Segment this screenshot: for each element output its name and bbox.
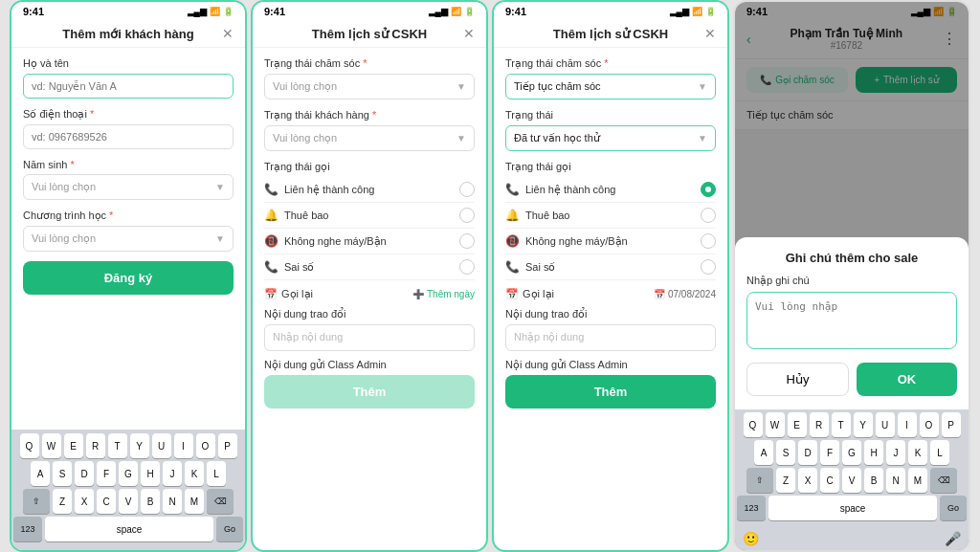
select-program[interactable]: Vui lòng chọn ▼ [23,226,234,252]
mic-icon[interactable]: 🎤 [945,531,961,546]
mkey-o[interactable]: O [920,412,939,437]
add-button-3[interactable]: Thêm [505,375,716,408]
mkey-p[interactable]: P [942,412,961,437]
key-f[interactable]: F [97,461,116,486]
key-z[interactable]: Z [53,489,72,514]
shift-key[interactable]: ⇧ [23,489,50,514]
radio-item-4[interactable]: 📞 Sai số [264,254,475,280]
key-m[interactable]: M [185,489,204,514]
mkey-a[interactable]: A [754,440,773,465]
radio-item-3[interactable]: 📵 Không nghe máy/Bận [264,229,475,254]
key-o[interactable]: O [196,433,215,458]
delete-key[interactable]: ⌫ [207,489,234,514]
mnums-key[interactable]: 123 [737,496,766,520]
radio-circle-3[interactable] [459,233,475,249]
close-button-3[interactable]: ✕ [704,26,716,41]
key-d[interactable]: D [75,461,94,486]
key-u[interactable]: U [152,433,171,458]
select-care-status-3[interactable]: Tiếp tục chăm sóc ▼ [505,74,716,99]
mkey-y[interactable]: Y [854,412,873,437]
mkey-t[interactable]: T [832,412,851,437]
mgo-key[interactable]: Go [940,496,967,520]
select-status-3[interactable]: Đã tư vấn học thử ▼ [505,125,716,151]
key-e[interactable]: E [64,433,83,458]
mkey-j[interactable]: J [886,440,905,465]
ok-button[interactable]: OK [857,363,957,396]
radio-item-1[interactable]: 📞 Liên hệ thành công [264,177,475,203]
mkey-h[interactable]: H [864,440,883,465]
content-input-3[interactable]: Nhập nội dung [505,324,716,351]
input-fullname[interactable] [23,74,234,99]
close-button-2[interactable]: ✕ [463,26,475,41]
key-h[interactable]: H [141,461,160,486]
mkey-x[interactable]: X [798,468,817,493]
go-key[interactable]: Go [216,517,243,541]
key-w[interactable]: W [42,433,61,458]
key-t[interactable]: T [108,433,127,458]
radio-item-3-4[interactable]: 📞 Sai số [505,254,716,280]
mkey-q[interactable]: Q [744,412,763,437]
key-c[interactable]: C [97,489,116,514]
key-p[interactable]: P [218,433,237,458]
mkey-r[interactable]: R [810,412,829,437]
mkey-b[interactable]: B [864,468,883,493]
content-input-2[interactable]: Nhập nội dung [264,324,475,351]
mkey-k[interactable]: K [908,440,927,465]
mkey-m[interactable]: M [908,468,927,493]
key-a[interactable]: A [31,461,50,486]
key-l[interactable]: L [207,461,226,486]
radio-circle-3-4[interactable] [701,259,716,275]
register-button[interactable]: Đăng ký [23,261,234,295]
key-j[interactable]: J [163,461,182,486]
key-i[interactable]: I [174,433,193,458]
key-n[interactable]: N [163,489,182,514]
key-x[interactable]: X [75,489,94,514]
nums-key[interactable]: 123 [13,517,42,541]
input-phone[interactable] [23,124,234,149]
select-birthyear[interactable]: Vui lòng chọn ▼ [23,174,234,200]
key-q[interactable]: Q [20,433,39,458]
key-r[interactable]: R [86,433,105,458]
key-b[interactable]: B [141,489,160,514]
recall-action-2[interactable]: ➕ Thêm ngày [412,289,475,299]
mkey-i[interactable]: I [898,412,917,437]
key-k[interactable]: K [185,461,204,486]
mdelete-key[interactable]: ⌫ [930,468,957,493]
mkey-f[interactable]: F [820,440,839,465]
mkey-s[interactable]: S [776,440,795,465]
key-g[interactable]: G [119,461,138,486]
recall-action-text-2[interactable]: Thêm ngày [427,289,475,299]
radio-circle-3-2[interactable] [701,208,716,223]
add-button-2[interactable]: Thêm [264,375,475,408]
radio-circle-1[interactable] [459,182,475,197]
key-y[interactable]: Y [130,433,149,458]
key-s[interactable]: S [53,461,72,486]
mkey-w[interactable]: W [766,412,785,437]
mkey-v[interactable]: V [842,468,861,493]
mkey-c[interactable]: C [820,468,839,493]
mkey-n[interactable]: N [886,468,905,493]
mkey-z[interactable]: Z [776,468,795,493]
radio-circle-3-3[interactable] [701,233,716,249]
key-v[interactable]: V [119,489,138,514]
space-key[interactable]: space [45,517,213,541]
mkey-g[interactable]: G [842,440,861,465]
radio-circle-2[interactable] [459,208,475,223]
dialog-textarea[interactable] [746,292,957,349]
mkey-u[interactable]: U [876,412,895,437]
select-care-status-2[interactable]: Vui lòng chọn ▼ [264,74,475,99]
radio-item-3-3[interactable]: 📵 Không nghe máy/Bận [505,229,716,254]
mkey-l[interactable]: L [930,440,949,465]
radio-item-3-1[interactable]: 📞 Liên hệ thành công [505,177,716,203]
mshift-key[interactable]: ⇧ [746,468,773,493]
cancel-button[interactable]: Hủy [746,363,849,396]
radio-circle-4[interactable] [459,259,475,275]
mkey-d[interactable]: D [798,440,817,465]
mkey-e[interactable]: E [788,412,807,437]
select-customer-status-2[interactable]: Vui lòng chọn ▼ [264,125,475,151]
radio-circle-3-1[interactable] [701,182,716,197]
mspace-key[interactable]: space [768,496,937,520]
emoji-icon[interactable]: 🙂 [743,531,759,546]
close-button-1[interactable]: ✕ [222,26,234,41]
radio-item-3-2[interactable]: 🔔 Thuê bao [505,203,716,229]
